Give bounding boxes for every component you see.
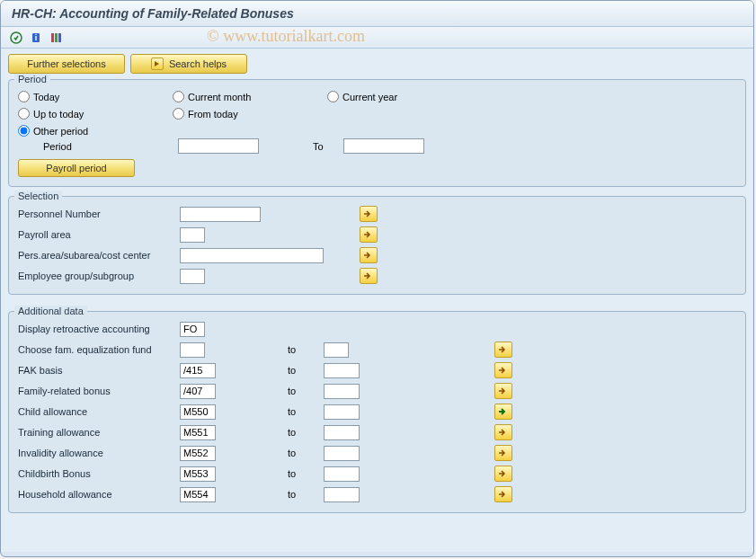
selection-row: Personnel Number <box>18 205 736 223</box>
selection-label: Personnel Number <box>18 209 180 219</box>
svg-rect-4 <box>55 33 58 42</box>
payroll-period-button[interactable]: Payroll period <box>18 159 135 177</box>
to-label: to <box>288 365 324 376</box>
period-from-input[interactable] <box>178 138 259 154</box>
additional-row: Family-related bonusto <box>18 382 736 400</box>
selection-input[interactable] <box>180 248 324 263</box>
radio-current-month[interactable]: Current month <box>173 91 325 102</box>
additional-to-input[interactable] <box>324 425 360 440</box>
selection-input[interactable] <box>180 227 205 243</box>
variant-icon[interactable] <box>48 30 64 46</box>
additional-data-group: Additional data Display retroactive acco… <box>8 311 746 513</box>
additional-from-input[interactable] <box>180 384 216 399</box>
additional-to-input[interactable] <box>324 342 349 358</box>
multiple-selection-button[interactable] <box>494 466 512 482</box>
additional-row: Childbirth Bonusto <box>18 465 736 483</box>
additional-from-input[interactable] <box>180 466 216 482</box>
additional-label: Family-related bonus <box>18 386 180 396</box>
period-group-title: Period <box>14 74 50 84</box>
svg-text:i: i <box>35 33 38 42</box>
payroll-period-label: Payroll period <box>46 163 106 173</box>
selection-input[interactable] <box>180 269 205 284</box>
additional-label: Choose fam. equalization fund <box>18 344 180 355</box>
period-label: Period <box>43 141 169 152</box>
main-window: HR-CH: Accounting of Family-Related Bonu… <box>0 0 754 557</box>
period-to-label: To <box>313 141 334 152</box>
radio-from-today[interactable]: From today <box>173 108 325 120</box>
additional-from-input[interactable] <box>180 425 216 440</box>
additional-from-input[interactable] <box>180 342 205 358</box>
further-selections-label: Further selections <box>27 58 105 69</box>
additional-to-input[interactable] <box>324 487 360 502</box>
additional-label: Household allowance <box>18 489 180 500</box>
multiple-selection-button[interactable] <box>360 226 378 243</box>
radio-up-to-today[interactable]: Up to today <box>18 108 171 120</box>
multiple-selection-button[interactable] <box>360 268 378 284</box>
search-helps-button[interactable]: Search helps <box>130 54 247 74</box>
selection-row: Payroll area <box>18 226 736 244</box>
additional-row: Invalidity allowanceto <box>18 444 736 462</box>
additional-row: Child allowanceto <box>18 403 736 421</box>
selection-group-title: Selection <box>14 191 62 201</box>
multiple-selection-button[interactable] <box>360 247 378 263</box>
additional-from-input[interactable] <box>180 446 216 461</box>
to-label: to <box>288 448 324 458</box>
additional-from-input[interactable] <box>180 404 216 420</box>
multiple-selection-button[interactable] <box>494 424 512 440</box>
search-helps-label: Search helps <box>169 58 227 69</box>
period-to-input[interactable] <box>343 138 424 154</box>
to-label: to <box>288 427 324 438</box>
selection-input[interactable] <box>180 207 261 222</box>
to-label: to <box>288 344 324 355</box>
to-label: to <box>288 406 324 417</box>
additional-label: Childbirth Bonus <box>18 468 180 479</box>
additional-from-input[interactable] <box>180 363 216 378</box>
svg-rect-3 <box>51 33 54 42</box>
selection-label: Employee group/subgroup <box>18 271 180 281</box>
retro-label: Display retroactive accounting <box>18 324 180 334</box>
to-label: to <box>288 386 324 396</box>
window-title-bar: HR-CH: Accounting of Family-Related Bonu… <box>1 1 753 27</box>
toolbar: i <box>1 27 753 49</box>
multiple-selection-button[interactable] <box>494 362 512 378</box>
retro-input[interactable] <box>180 322 205 337</box>
selection-row: Pers.area/subarea/cost center <box>18 246 736 264</box>
additional-label: Child allowance <box>18 406 180 417</box>
additional-row: FAK basisto <box>18 361 736 379</box>
info-icon[interactable]: i <box>28 30 44 46</box>
additional-to-input[interactable] <box>324 404 360 420</box>
further-selections-button[interactable]: Further selections <box>8 54 125 74</box>
to-label: to <box>288 489 324 500</box>
svg-rect-5 <box>58 33 61 42</box>
selection-label: Pers.area/subarea/cost center <box>18 250 180 261</box>
additional-to-input[interactable] <box>324 446 360 461</box>
radio-today[interactable]: Today <box>18 91 171 102</box>
selection-button-row: Further selections Search helps <box>8 54 746 74</box>
content-area: Further selections Search helps Period T… <box>1 49 753 552</box>
multiple-selection-button[interactable] <box>360 206 378 222</box>
additional-row: Choose fam. equalization fundto <box>18 341 736 359</box>
page-title: HR-CH: Accounting of Family-Related Bonu… <box>12 6 294 21</box>
multiple-selection-button[interactable] <box>494 342 512 358</box>
multiple-selection-button[interactable] <box>494 445 512 461</box>
multiple-selection-button[interactable] <box>494 486 512 502</box>
additional-to-input[interactable] <box>324 363 360 378</box>
execute-icon[interactable] <box>8 30 24 46</box>
multiple-selection-active-button[interactable] <box>494 404 512 420</box>
additional-label: Invalidity allowance <box>18 448 180 458</box>
radio-other-period[interactable]: Other period <box>18 125 171 137</box>
multiple-selection-button[interactable] <box>494 383 512 399</box>
additional-row: Household allowanceto <box>18 485 736 503</box>
additional-to-input[interactable] <box>324 384 360 399</box>
additional-label: FAK basis <box>18 365 180 376</box>
arrow-right-icon <box>151 58 164 70</box>
period-group: Period Today Current month Current year … <box>8 79 746 187</box>
to-label: to <box>288 468 324 479</box>
additional-row: Training allowanceto <box>18 423 736 441</box>
additional-label: Training allowance <box>18 427 180 438</box>
additional-from-input[interactable] <box>180 487 216 502</box>
additional-group-title: Additional data <box>14 306 87 316</box>
selection-group: Selection Personnel NumberPayroll areaPe… <box>8 196 746 295</box>
additional-to-input[interactable] <box>324 466 360 482</box>
radio-current-year[interactable]: Current year <box>327 91 480 102</box>
